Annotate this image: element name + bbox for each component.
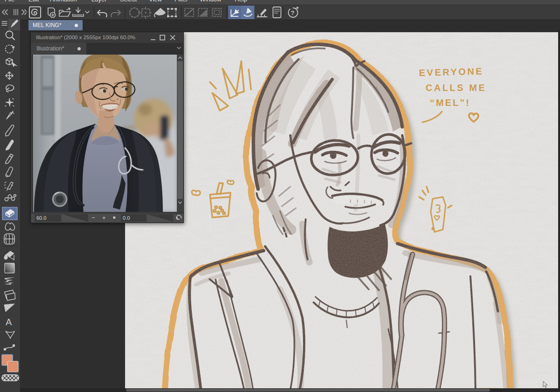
svg-text:?: ? — [291, 9, 294, 16]
svg-text:A: A — [6, 317, 12, 327]
